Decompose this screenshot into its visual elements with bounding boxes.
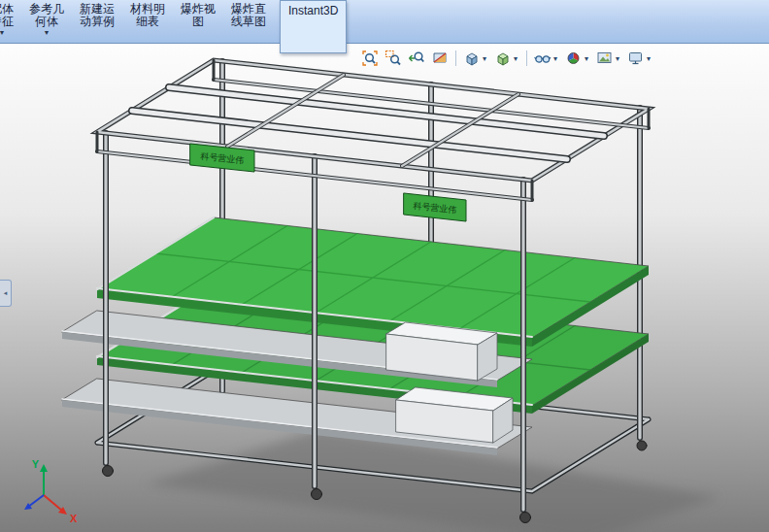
view-settings-icon[interactable] — [625, 49, 647, 68]
instant3d-button[interactable]: Instant3D — [280, 0, 347, 53]
dropdown-arrow-icon[interactable]: ▾ — [616, 54, 623, 63]
button-label-line: 何体 — [35, 16, 58, 28]
bill-of-materials-button[interactable]: 材料明 细表 — [122, 0, 173, 43]
button-label-line: 特征 — [0, 16, 14, 28]
triad-x-label: X — [70, 513, 78, 524]
dropdown-arrow-icon[interactable]: ▼ — [44, 29, 50, 36]
dropdown-arrow-icon[interactable]: ▾ — [585, 54, 592, 63]
toolbar-separator — [455, 50, 456, 66]
button-label-line: 线草图 — [231, 16, 266, 28]
dropdown-arrow-icon[interactable]: ▾ — [514, 54, 521, 63]
button-label-line: Instant3D — [288, 5, 338, 17]
chevron-left-icon: ◂ — [4, 289, 8, 297]
button-label-line: 细表 — [136, 16, 159, 28]
scene-svg[interactable]: 科号营业伟 科号营业伟 Y X — [0, 43, 769, 532]
display-style-icon[interactable] — [492, 49, 514, 68]
button-label-line: 图 — [192, 16, 204, 28]
hide-show-items-icon[interactable] — [532, 49, 553, 68]
exploded-view-button[interactable]: 爆炸视 图 — [173, 0, 223, 43]
zoom-fit-icon[interactable] — [359, 49, 381, 68]
section-view-icon[interactable] — [429, 49, 451, 68]
view-orientation-icon[interactable] — [461, 49, 483, 68]
dropdown-arrow-icon[interactable]: ▾ — [647, 54, 654, 63]
toolbar-separator — [526, 50, 527, 66]
dropdown-arrow-icon[interactable]: ▾ — [483, 54, 490, 63]
new-motion-study-button[interactable]: 新建运 动算例 — [72, 0, 122, 43]
upper-drawer-box — [386, 322, 497, 381]
previous-view-icon[interactable] — [406, 49, 427, 68]
graphics-area[interactable]: 科号营业伟 科号营业伟 Y X — [0, 43, 769, 532]
reference-geometry-button[interactable]: 参考几 何体 ▼ — [21, 0, 72, 43]
button-label-line: 动算例 — [80, 16, 115, 28]
zoom-area-icon[interactable] — [383, 49, 404, 68]
dropdown-arrow-icon[interactable]: ▼ — [0, 29, 5, 36]
apply-scene-icon[interactable] — [594, 49, 616, 68]
command-manager-toolbar: 配体 特征 ▼ 参考几 何体 ▼ 新建运 动算例 材料明 细表 爆炸视 图 爆炸… — [0, 0, 769, 44]
edit-appearance-icon[interactable] — [563, 49, 585, 68]
assembly-features-button[interactable]: 配体 特征 ▼ — [0, 0, 21, 43]
triad-y-label: Y — [32, 458, 40, 470]
explode-line-sketch-button[interactable]: 爆炸直 线草图 — [223, 0, 274, 43]
panel-collapse-handle[interactable]: ◂ — [0, 280, 12, 307]
dropdown-arrow-icon[interactable]: ▾ — [553, 54, 561, 63]
heads-up-view-toolbar: ▾ ▾ ▾ ▾ ▾ ▾ — [359, 49, 654, 68]
